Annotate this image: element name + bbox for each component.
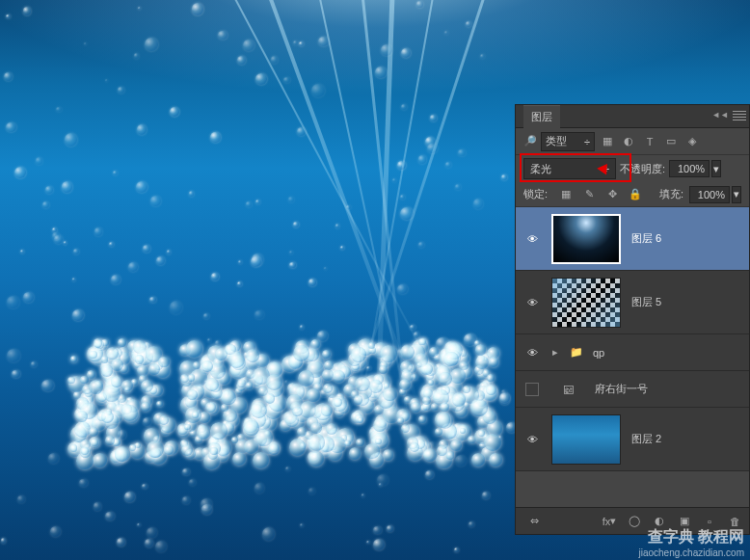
lock-transparency-icon[interactable]: ▦: [557, 186, 575, 203]
layer-row[interactable]: 👁 图层 6: [516, 207, 749, 271]
visibility-eye-icon[interactable]: 👁: [527, 434, 538, 445]
layer-row-text[interactable]: 🗟 府右街一号: [516, 371, 749, 408]
visibility-eye-icon[interactable]: 👁: [527, 347, 538, 359]
layer-name-label[interactable]: 图层 6: [624, 231, 749, 246]
layer-thumbnail[interactable]: [551, 214, 621, 264]
blend-opacity-row: 柔光 ÷ 不透明度: 100% ▾: [516, 155, 749, 182]
layer-thumbnail[interactable]: [551, 414, 621, 465]
folder-icon: 📁: [568, 344, 585, 361]
layer-fx-icon[interactable]: fx▾: [601, 513, 618, 530]
lock-fill-row: 锁定: ▦ ✎ ✥ 🔒 填充: 100% ▾: [516, 182, 749, 207]
panel-menu-icon[interactable]: [733, 110, 746, 121]
filter-row: 🔎 类型 ÷ ▦ ◐ T ▭ ◈: [516, 128, 749, 155]
lock-paint-icon[interactable]: ✎: [580, 186, 598, 203]
layer-row-group[interactable]: 👁 ▸ 📁 qp: [516, 334, 749, 371]
fill-label: 填充:: [659, 187, 683, 201]
filter-smart-icon[interactable]: ◈: [683, 133, 701, 150]
opacity-input[interactable]: 100%: [669, 160, 710, 177]
filter-pixel-icon[interactable]: ▦: [599, 133, 616, 150]
search-filter-icon[interactable]: 🔎: [523, 135, 537, 148]
visibility-off-icon[interactable]: [525, 383, 539, 396]
layer-row[interactable]: 👁 图层 5: [516, 271, 749, 334]
lock-label: 锁定:: [523, 187, 548, 201]
visibility-eye-icon[interactable]: 👁: [527, 297, 538, 308]
opacity-stepper[interactable]: ▾: [711, 160, 721, 177]
text-layer-icon: 🗟: [558, 380, 577, 399]
filter-shape-icon[interactable]: ▭: [662, 133, 680, 150]
filter-text-icon[interactable]: T: [641, 133, 658, 150]
layer-thumbnail[interactable]: [551, 278, 621, 328]
watermark: 查字典 教程网 jiaocheng.chazidian.com: [638, 527, 744, 558]
layers-tab[interactable]: 图层: [523, 105, 560, 128]
fill-input[interactable]: 100%: [689, 186, 730, 203]
bubble-text-artwork: [67, 337, 501, 472]
filter-adjust-icon[interactable]: ◐: [620, 133, 637, 150]
panel-collapse-icon[interactable]: ◄◄: [711, 110, 729, 120]
visibility-eye-icon[interactable]: 👁: [527, 233, 538, 245]
lock-move-icon[interactable]: ✥: [603, 186, 621, 203]
layer-name-label[interactable]: 府右街一号: [587, 382, 749, 396]
layer-name-label[interactable]: 图层 2: [624, 432, 749, 446]
filter-type-select[interactable]: 类型 ÷: [541, 132, 595, 151]
layers-panel: 图层 🔎 类型 ÷ ▦ ◐ T ▭ ◈ 柔光 ÷ 不透明度: 100% ▾ 锁定…: [515, 104, 750, 535]
group-disclosure-icon[interactable]: ▸: [552, 346, 564, 359]
layer-name-label[interactable]: qp: [585, 347, 749, 359]
opacity-label: 不透明度:: [620, 162, 665, 176]
link-layers-icon[interactable]: ⇔: [527, 513, 541, 530]
lock-all-icon[interactable]: 🔒: [627, 186, 644, 203]
fill-stepper[interactable]: ▾: [732, 186, 741, 203]
layer-row[interactable]: 👁 图层 2: [516, 408, 749, 471]
layers-list: 👁 图层 6 👁 图层 5 👁 ▸ 📁 qp 🗟 府右街一号 👁 图层 2: [516, 207, 749, 471]
layer-name-label[interactable]: 图层 5: [624, 295, 749, 309]
